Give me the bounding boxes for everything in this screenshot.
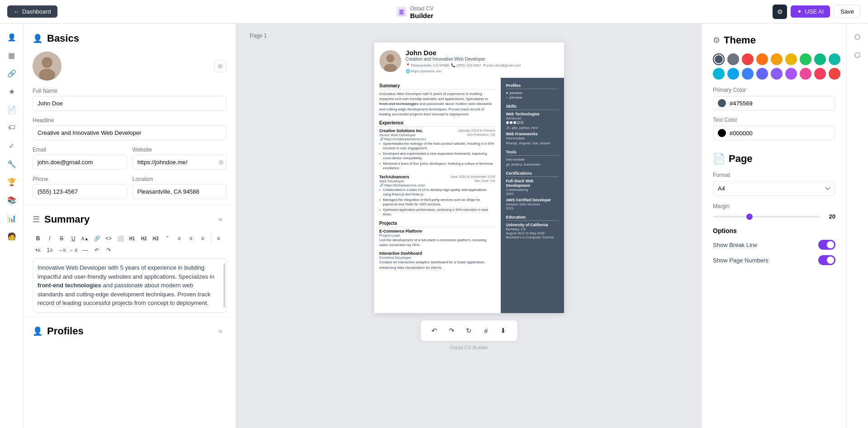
avatar-settings-button[interactable]: ⚙ <box>214 60 227 72</box>
format-select[interactable]: A4 Letter Legal <box>713 181 835 196</box>
sidebar-icon-book[interactable]: 📚 <box>4 192 20 208</box>
rs-icon-1[interactable]: ⬡ <box>849 29 866 45</box>
toolbar-highlight[interactable]: A▲ <box>80 233 90 244</box>
cv-right-certifications: Certifications Full-Stack Web Developmen… <box>506 171 559 210</box>
primary-color-field[interactable]: #475569 <box>713 96 835 110</box>
sidebar-icon-person[interactable]: 🧑 <box>4 228 20 244</box>
full-name-input[interactable] <box>33 96 227 111</box>
summary-scrollbar[interactable] <box>223 263 225 308</box>
cv-avatar <box>379 50 401 72</box>
rs-icon-2[interactable]: ⬡ <box>849 47 866 63</box>
toolbar-image[interactable]: ⬜ <box>115 233 126 244</box>
color-swatch-2[interactable] <box>742 53 754 65</box>
sidebar-icon-star[interactable]: ★ <box>4 83 20 100</box>
color-swatch-16[interactable] <box>814 68 826 80</box>
color-swatch-5[interactable] <box>785 53 797 65</box>
color-swatch-0[interactable] <box>713 53 725 65</box>
sidebar-icon-graph[interactable]: 📊 <box>4 210 20 226</box>
show-break-line-slider <box>818 240 835 250</box>
toolbar-underline[interactable]: U <box>68 233 79 244</box>
toolbar-indent-less[interactable]: ←≡ <box>68 245 79 256</box>
toolbar-h3[interactable]: H3 <box>150 233 161 244</box>
color-swatch-17[interactable] <box>829 68 840 80</box>
toolbar-align-right[interactable]: ≡ <box>197 233 208 244</box>
theme-icon: ⚙ <box>713 35 720 45</box>
avatar[interactable] <box>33 52 62 81</box>
location-input[interactable] <box>133 184 227 199</box>
headline-input[interactable] <box>33 125 227 140</box>
cv-project-2: Interactive Dashboard Frontend Developer… <box>379 251 495 270</box>
cv-undo-button[interactable]: ↶ <box>428 324 441 338</box>
dashboard-button[interactable]: ← Dashboard <box>7 5 57 18</box>
margin-slider[interactable] <box>713 216 820 218</box>
sidebar-icon-link[interactable]: 🔗 <box>4 65 20 81</box>
text-color-field[interactable]: #000000 <box>713 126 835 140</box>
color-swatch-7[interactable] <box>814 53 826 65</box>
cv-right-tools: Tools Intermediate git, jenkins, kuberne… <box>506 150 559 166</box>
toolbar-h2[interactable]: H2 <box>138 233 149 244</box>
sidebar-icon-check[interactable]: ✓ <box>4 138 20 154</box>
toolbar-ordered-list[interactable]: 1≡ <box>44 245 55 256</box>
use-ai-button[interactable]: ✦ USE AI <box>791 5 830 18</box>
cv-rotate-button[interactable]: ↻ <box>462 324 476 338</box>
color-swatch-1[interactable] <box>727 53 739 65</box>
sidebar-icon-layout[interactable]: ▦ <box>4 47 20 63</box>
page-label: Page 1 <box>245 33 267 39</box>
show-break-line-toggle[interactable] <box>818 240 835 250</box>
summary-menu-button[interactable]: ≡ <box>214 213 227 226</box>
toolbar-code[interactable]: <> <box>103 233 114 244</box>
cv-download-button[interactable]: ⬇ <box>497 324 510 338</box>
color-swatch-3[interactable] <box>756 53 768 65</box>
cv-right-profiles: Profiles ● johndoe ○ johndoe <box>506 83 559 100</box>
cv-right-panel: Profiles ● johndoe ○ johndoe Skills <box>501 78 564 313</box>
phone-input[interactable] <box>33 184 127 199</box>
cv-redo-button[interactable]: ↷ <box>445 324 459 338</box>
color-swatch-4[interactable] <box>771 53 783 65</box>
sidebar-icon-award[interactable]: 🏆 <box>4 174 20 190</box>
page-icon: 📄 <box>713 153 725 165</box>
sidebar-icon-file[interactable]: 📄 <box>4 101 20 118</box>
toolbar-strikethrough[interactable]: S <box>56 233 67 244</box>
left-sidebar: 👤 ▦ 🔗 ★ 📄 🏷 ✓ 🔧 🏆 📚 📊 🧑 <box>0 24 24 428</box>
color-swatch-13[interactable] <box>771 68 783 80</box>
toolbar-indent-more[interactable]: →≡ <box>56 245 67 256</box>
page-section: 📄 Page Format A4 Letter Legal Margin 20 … <box>713 153 835 265</box>
save-button[interactable]: Save <box>834 5 861 18</box>
color-swatch-9[interactable] <box>713 68 725 80</box>
show-page-numbers-toggle[interactable] <box>818 255 835 265</box>
settings-icon-btn[interactable]: ⚙ <box>773 5 787 19</box>
svg-rect-4 <box>400 13 403 14</box>
toolbar-hr[interactable]: — <box>80 245 90 256</box>
toolbar-undo[interactable]: ↶ <box>91 245 102 256</box>
toolbar-align-justify[interactable]: ≡ <box>213 233 224 244</box>
toolbar-h1[interactable]: H1 <box>127 233 138 244</box>
summary-editor[interactable]: Innovative Web Developer with 5 years of… <box>33 258 227 313</box>
cv-watermark: Ostad CV Builder <box>450 345 488 350</box>
color-swatch-8[interactable] <box>829 53 840 65</box>
sidebar-icon-tool[interactable]: 🔧 <box>4 156 20 172</box>
cv-page: John Doe Creative and Innovative Web Dev… <box>374 43 564 313</box>
email-input[interactable] <box>33 155 127 170</box>
toolbar-align-center[interactable]: ≡ <box>185 233 196 244</box>
color-swatch-11[interactable] <box>742 68 754 80</box>
toolbar-bullet-list[interactable]: •≡ <box>33 245 43 256</box>
cv-location: 📍 Pleasantville, CA 94588 <box>406 63 450 67</box>
profiles-menu-button[interactable]: ≡ <box>214 325 227 338</box>
summary-content-bold: front-end technologies <box>38 282 101 289</box>
website-input[interactable] <box>133 155 227 170</box>
color-swatch-10[interactable] <box>727 68 739 80</box>
color-swatch-15[interactable] <box>800 68 811 80</box>
sidebar-icon-user[interactable]: 👤 <box>4 29 20 45</box>
sidebar-icon-tag[interactable]: 🏷 <box>4 119 20 136</box>
toolbar-quote[interactable]: " <box>162 233 173 244</box>
email-label: Email <box>33 147 127 153</box>
color-swatch-12[interactable] <box>756 68 768 80</box>
toolbar-align-left[interactable]: ≡ <box>174 233 185 244</box>
toolbar-italic[interactable]: I <box>44 233 55 244</box>
cv-grid-button[interactable]: # <box>479 324 493 338</box>
toolbar-bold[interactable]: B <box>33 233 43 244</box>
toolbar-redo[interactable]: ↷ <box>103 245 114 256</box>
color-swatch-14[interactable] <box>785 68 797 80</box>
toolbar-link[interactable]: 🔗 <box>91 233 102 244</box>
color-swatch-6[interactable] <box>800 53 811 65</box>
